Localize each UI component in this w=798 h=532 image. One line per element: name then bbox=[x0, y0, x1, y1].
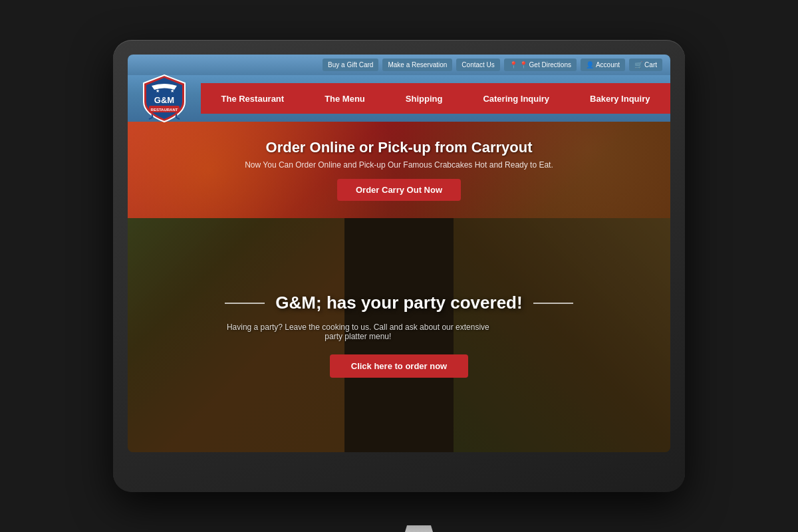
party-line-right bbox=[533, 303, 573, 304]
logo-svg: G&M RESTAURANT ★ ★ bbox=[141, 72, 188, 124]
logo-area: G&M RESTAURANT ★ ★ bbox=[128, 75, 201, 122]
cart-button[interactable]: 🛒 Cart bbox=[629, 59, 662, 71]
get-directions-label: 📍 Get Directions bbox=[519, 61, 571, 68]
nav-catering-inquiry[interactable]: Catering Inquiry bbox=[476, 94, 556, 104]
make-reservation-button[interactable]: Make a Reservation bbox=[382, 59, 452, 71]
buy-gift-card-button[interactable]: Buy a Gift Card bbox=[323, 59, 378, 71]
party-subtitle: Having a party? Leave the cooking to us.… bbox=[225, 323, 491, 341]
nav-wrapper: G&M RESTAURANT ★ ★ The Restaurant Th bbox=[128, 75, 670, 122]
monitor-screen-bezel: Buy a Gift Card Make a Reservation Conta… bbox=[128, 55, 670, 452]
nav-the-restaurant[interactable]: The Restaurant bbox=[215, 94, 291, 104]
party-order-button[interactable]: Click here to order now bbox=[330, 354, 468, 378]
account-label: Account bbox=[596, 61, 620, 68]
hero-carryout-title: Order Online or Pick-up from Carryout bbox=[266, 139, 533, 156]
svg-text:RESTAURANT: RESTAURANT bbox=[151, 108, 178, 112]
contact-us-button[interactable]: Contact Us bbox=[456, 59, 499, 71]
svg-text:G&M: G&M bbox=[154, 95, 174, 105]
main-nav: The Restaurant The Menu Shipping Caterin… bbox=[201, 83, 670, 114]
account-button[interactable]: 👤 Account bbox=[581, 59, 625, 71]
hero-carryout-subtitle: Now You Can Order Online and Pick-up Our… bbox=[245, 160, 553, 170]
hero-carryout-section: Order Online or Pick-up from Carryout No… bbox=[128, 122, 670, 218]
stand-neck bbox=[399, 525, 439, 532]
nav-bakery-inquiry[interactable]: Bakery Inquiry bbox=[583, 94, 656, 104]
party-line-left bbox=[225, 303, 265, 304]
party-title-wrapper: G&M; has your party covered! bbox=[225, 293, 573, 313]
nav-shipping[interactable]: Shipping bbox=[399, 94, 450, 104]
order-carryout-button[interactable]: Order Carry Out Now bbox=[337, 179, 461, 201]
svg-text:★: ★ bbox=[156, 88, 160, 93]
cart-icon: 🛒 bbox=[634, 61, 642, 68]
website-container: Buy a Gift Card Make a Reservation Conta… bbox=[128, 55, 670, 452]
svg-text:★: ★ bbox=[170, 88, 174, 93]
party-title: G&M; has your party covered! bbox=[275, 293, 522, 313]
monitor-frame: Buy a Gift Card Make a Reservation Conta… bbox=[113, 40, 685, 492]
party-content: G&M; has your party covered! Having a pa… bbox=[211, 279, 586, 391]
account-icon: 👤 bbox=[586, 61, 594, 68]
pin-icon: 📍 bbox=[509, 61, 517, 68]
party-section: G&M; has your party covered! Having a pa… bbox=[128, 218, 670, 452]
cart-label: Cart bbox=[644, 61, 657, 68]
nav-the-menu[interactable]: The Menu bbox=[318, 94, 372, 104]
utility-bar: Buy a Gift Card Make a Reservation Conta… bbox=[128, 55, 670, 75]
get-directions-button[interactable]: 📍 📍 Get Directions bbox=[504, 59, 577, 71]
